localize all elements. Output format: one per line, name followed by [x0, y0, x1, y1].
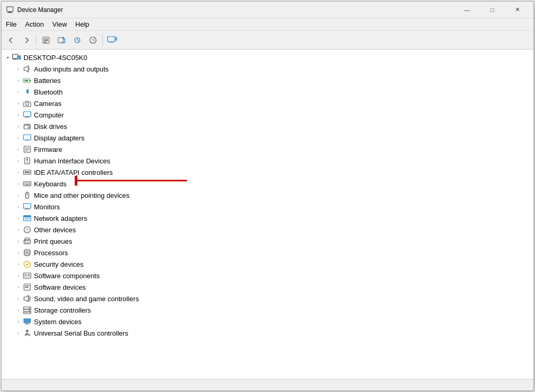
- list-item[interactable]: › Bluetooth: [2, 86, 533, 98]
- back-button[interactable]: [4, 33, 18, 47]
- help-button[interactable]: ?: [86, 33, 100, 47]
- menu-file[interactable]: File: [2, 19, 21, 29]
- device-tree[interactable]: ▾ DESKTOP-4SC05K0 ›: [2, 50, 533, 379]
- expand-arrow[interactable]: ›: [14, 88, 22, 96]
- svg-rect-15: [14, 58, 17, 60]
- list-item[interactable]: › Mice and other pointing devices: [2, 189, 533, 201]
- item-label: Network adapters: [34, 215, 87, 222]
- forward-button[interactable]: [19, 33, 34, 47]
- list-item[interactable]: › System devices: [2, 316, 533, 327]
- list-item[interactable]: › Monitors: [2, 201, 533, 212]
- expand-arrow[interactable]: ›: [14, 65, 22, 73]
- expand-arrow[interactable]: ›: [14, 329, 22, 337]
- battery-icon: [22, 76, 32, 85]
- expand-arrow[interactable]: ›: [14, 203, 22, 211]
- svg-rect-17: [18, 55, 21, 60]
- svg-rect-23: [24, 112, 31, 116]
- item-label: Other devices: [34, 226, 76, 234]
- list-item[interactable]: › Audio inputs and outputs: [2, 63, 533, 75]
- keyboards-item[interactable]: › Keyboards: [2, 178, 533, 189]
- svg-rect-95: [24, 318, 31, 323]
- expand-arrow[interactable]: ›: [14, 283, 22, 291]
- svg-point-28: [28, 127, 30, 128]
- item-label: Audio inputs and outputs: [34, 65, 109, 73]
- display-button[interactable]: [105, 33, 120, 47]
- expand-arrow[interactable]: ›: [14, 180, 22, 188]
- svg-rect-60: [25, 217, 30, 220]
- expand-arrow[interactable]: ›: [14, 191, 22, 199]
- svg-rect-40: [25, 172, 26, 173]
- list-item[interactable]: › Sound, video and game controllers: [2, 293, 533, 304]
- list-item[interactable]: › IDE ATA/ATAPI controllers: [2, 167, 533, 178]
- list-item[interactable]: › Cameras: [2, 98, 533, 109]
- list-item[interactable]: ›: [2, 247, 533, 258]
- software-devices-icon: [22, 282, 32, 292]
- properties-button[interactable]: [39, 33, 53, 47]
- list-item[interactable]: › Network adapters: [2, 212, 533, 224]
- list-item[interactable]: › Computer: [2, 109, 533, 121]
- list-item[interactable]: › Display adapters: [2, 132, 533, 144]
- sound-icon: [22, 294, 32, 303]
- expand-arrow[interactable]: ›: [14, 317, 22, 326]
- scan-hardware-button[interactable]: [70, 33, 85, 47]
- ide-icon: [22, 168, 32, 177]
- expand-arrow[interactable]: ›: [14, 111, 22, 119]
- item-label: Sound, video and game controllers: [34, 295, 139, 303]
- list-item[interactable]: › Disk drives: [2, 121, 533, 132]
- item-label: Universal Serial Bus controllers: [34, 329, 129, 337]
- item-label: Computer: [34, 111, 64, 119]
- expand-arrow[interactable]: ›: [14, 145, 22, 153]
- expand-arrow[interactable]: ›: [14, 157, 22, 165]
- list-item[interactable]: › Firmware: [2, 144, 533, 155]
- list-item[interactable]: › Storage controllers: [2, 304, 533, 316]
- svg-rect-21: [30, 80, 31, 81]
- list-item[interactable]: › Software devices: [2, 281, 533, 293]
- svg-rect-97: [25, 324, 30, 325]
- item-label: Storage controllers: [34, 306, 91, 314]
- svg-rect-48: [25, 184, 26, 185]
- list-item[interactable]: › Human Interface Devices: [2, 155, 533, 167]
- expand-arrow[interactable]: ›: [14, 306, 22, 314]
- expand-arrow[interactable]: ›: [14, 294, 22, 303]
- expand-arrow[interactable]: ›: [14, 214, 22, 222]
- update-driver-button[interactable]: [54, 33, 69, 47]
- list-item[interactable]: › Batteries: [2, 75, 533, 86]
- menu-bar: File Action View Help: [2, 18, 533, 31]
- menu-help[interactable]: Help: [71, 19, 94, 29]
- storage-icon: [22, 305, 32, 315]
- close-button[interactable]: ✕: [505, 2, 529, 18]
- item-label: IDE ATA/ATAPI controllers: [34, 169, 113, 176]
- security-icon: [22, 259, 32, 269]
- svg-rect-29: [24, 135, 31, 140]
- software-components-icon: [22, 271, 32, 280]
- menu-view[interactable]: View: [48, 19, 71, 29]
- root-expand-arrow[interactable]: ▾: [4, 53, 12, 62]
- svg-rect-61: [24, 216, 31, 217]
- list-item[interactable]: › Print queues: [2, 235, 533, 247]
- list-item[interactable]: › Universal Serial Bus controllers: [2, 327, 533, 339]
- item-label: Firmware: [34, 146, 62, 153]
- svg-rect-84: [28, 274, 30, 276]
- toolbar-separator-1: [36, 34, 37, 46]
- expand-arrow[interactable]: ›: [14, 99, 22, 108]
- expand-arrow[interactable]: ›: [14, 122, 22, 130]
- list-item[interactable]: › ? Other devices: [2, 224, 533, 235]
- expand-arrow[interactable]: ›: [14, 134, 22, 142]
- list-item[interactable]: › Software components: [2, 270, 533, 281]
- item-label: Software components: [34, 272, 100, 280]
- minimize-button[interactable]: —: [455, 2, 479, 18]
- expand-arrow[interactable]: ›: [14, 225, 22, 234]
- menu-action[interactable]: Action: [21, 19, 48, 29]
- svg-rect-2: [7, 13, 13, 13]
- svg-rect-45: [26, 183, 27, 184]
- expand-arrow[interactable]: ›: [14, 248, 22, 257]
- expand-arrow[interactable]: ›: [14, 237, 22, 245]
- expand-arrow[interactable]: ›: [14, 168, 22, 176]
- expand-arrow[interactable]: ›: [14, 271, 22, 280]
- list-item[interactable]: › Security devices: [2, 258, 533, 270]
- expand-arrow[interactable]: ›: [14, 260, 22, 268]
- svg-point-93: [29, 307, 30, 308]
- expand-arrow[interactable]: ›: [14, 76, 22, 85]
- root-item[interactable]: ▾ DESKTOP-4SC05K0: [2, 52, 533, 63]
- maximize-button[interactable]: □: [480, 2, 504, 18]
